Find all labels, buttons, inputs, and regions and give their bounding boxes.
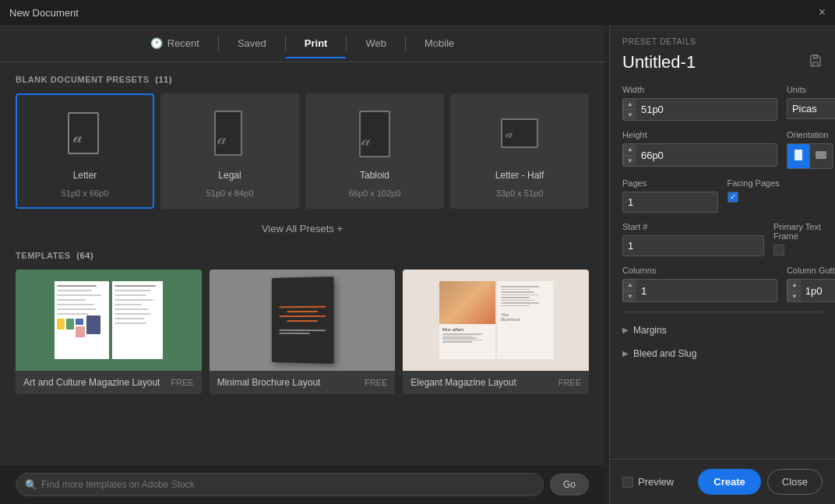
column-gutter-group: Column Gutter ▲ ▼	[787, 266, 835, 301]
right-bottom-bar: Preview Create Close	[610, 459, 835, 504]
margins-label: Margins	[633, 325, 667, 336]
tab-saved-label: Saved	[238, 37, 266, 49]
window-close-button[interactable]: ×	[819, 6, 826, 19]
height-input-wrap: ▲ ▼	[622, 143, 777, 166]
columns-down-button[interactable]: ▼	[624, 291, 636, 301]
preset-size-tabloid: 66p0 x 102p0	[349, 189, 401, 198]
orientation-portrait-button[interactable]	[787, 144, 809, 168]
svg-text:𝒶: 𝒶	[506, 125, 513, 141]
preset-name-legal: Legal	[218, 170, 241, 181]
preset-title-row: Untitled-1	[622, 52, 823, 72]
save-preset-icon[interactable]	[809, 54, 823, 71]
units-label: Units	[787, 85, 835, 94]
width-down-button[interactable]: ▼	[624, 110, 636, 120]
facing-pages-checkbox[interactable]: ✓	[728, 192, 738, 203]
preset-name-letter: Letter	[73, 170, 97, 181]
height-group: Height ▲ ▼	[622, 130, 777, 169]
width-units-row: Width ▲ ▼ Units Picas	[622, 85, 823, 121]
column-gutter-spinners: ▲ ▼	[787, 280, 801, 301]
presets-header: BLANK DOCUMENT PRESETS (11)	[16, 75, 589, 84]
preview-checkbox[interactable]	[622, 477, 633, 488]
facing-pages-checkbox-row: ✓	[728, 192, 823, 203]
preset-grid: 𝒶 Letter 51p0 x 66p0 𝒶	[16, 93, 589, 209]
template-card-brochure[interactable]: Minimal Brochure Layout FREE	[210, 270, 396, 394]
search-input[interactable]	[16, 473, 544, 496]
pages-label: Pages	[622, 178, 718, 188]
height-label: Height	[622, 130, 777, 139]
content-area: BLANK DOCUMENT PRESETS (11) 𝒶 Letter	[0, 62, 604, 465]
start-ptf-row: Start # Primary Text Frame	[622, 222, 823, 256]
start-input-wrap	[622, 235, 764, 256]
columns-group: Columns ▲ ▼	[622, 266, 777, 301]
template-card-elegant[interactable]: Mus qfiam	[403, 270, 589, 394]
ptf-label: Primary Text Frame	[773, 222, 823, 241]
divider-1	[622, 312, 823, 312]
tab-mobile[interactable]: Mobile	[406, 28, 473, 58]
preset-size-letter: 51p0 x 66p0	[62, 189, 109, 198]
orientation-group: Orientation	[787, 130, 833, 169]
columns-up-button[interactable]: ▲	[624, 280, 636, 290]
units-select-wrap: Picas Points Inches Millimeters Centimet…	[787, 98, 835, 119]
title-bar-text: New Document	[9, 7, 79, 19]
tab-saved[interactable]: Saved	[219, 28, 285, 58]
width-input[interactable]	[636, 100, 777, 119]
search-go-button[interactable]: Go	[550, 474, 589, 495]
tab-print[interactable]: Print	[286, 28, 347, 58]
tab-recent-label: Recent	[167, 37, 199, 49]
column-gutter-input[interactable]	[801, 281, 835, 301]
columns-label: Columns	[622, 266, 777, 275]
facing-pages-label: Facing Pages	[728, 178, 823, 188]
column-gutter-up-button[interactable]: ▲	[788, 280, 801, 290]
height-up-button[interactable]: ▲	[624, 144, 636, 154]
close-button[interactable]: Close	[767, 469, 823, 495]
templates-section: TEMPLATES (64)	[16, 251, 589, 394]
portrait-icon	[792, 149, 805, 164]
column-gutter-label: Column Gutter	[787, 266, 835, 275]
template-grid: Art and Culture Magazine Layout FREE	[16, 270, 589, 394]
units-select[interactable]: Picas Points Inches Millimeters Centimet…	[787, 99, 835, 118]
svg-text:𝒶: 𝒶	[217, 129, 227, 148]
create-button[interactable]: Create	[698, 469, 760, 495]
bleed-slug-arrow-icon: ▶	[622, 349, 629, 358]
template-card-art[interactable]: Art and Culture Magazine Layout FREE	[16, 270, 202, 394]
bleed-slug-collapsible[interactable]: ▶ Bleed and Slug	[622, 345, 823, 362]
svg-rect-10	[816, 151, 826, 159]
preset-icon-letter: 𝒶	[62, 107, 108, 162]
left-panel: 🕐 Recent Saved Print Web Mobile	[0, 25, 604, 504]
tab-web[interactable]: Web	[347, 28, 405, 58]
svg-rect-9	[794, 150, 802, 160]
svg-rect-8	[814, 55, 817, 58]
template-name-brochure: Minimal Brochure Layout	[217, 377, 321, 388]
preset-card-letter[interactable]: 𝒶 Letter 51p0 x 66p0	[16, 93, 154, 209]
preset-card-tabloid[interactable]: 𝒶 Tabloid 66p0 x 102p0	[305, 93, 444, 209]
template-badge-brochure: FREE	[365, 378, 387, 387]
tab-recent[interactable]: 🕐 Recent	[132, 28, 218, 58]
width-up-button[interactable]: ▲	[624, 99, 636, 109]
view-all-link[interactable]: View All Presets +	[262, 223, 343, 234]
height-input[interactable]	[636, 146, 777, 165]
columns-input[interactable]	[636, 281, 777, 301]
preset-card-letter-half[interactable]: 𝒶 Letter - Half 33p0 x 51p0	[450, 93, 589, 209]
search-bar: 🔍 Go	[0, 465, 604, 504]
column-gutter-input-wrap: ▲ ▼	[787, 279, 835, 301]
landscape-icon	[815, 149, 827, 164]
start-input[interactable]	[623, 236, 763, 256]
pages-input-wrap	[622, 192, 718, 213]
ptf-checkbox[interactable]	[773, 245, 784, 256]
preset-icon-tabloid: 𝒶	[351, 107, 398, 162]
tabs-bar: 🕐 Recent Saved Print Web Mobile	[0, 25, 604, 62]
template-footer-art: Art and Culture Magazine Layout FREE	[16, 371, 202, 394]
bleed-slug-label: Bleed and Slug	[633, 348, 696, 359]
margins-collapsible[interactable]: ▶ Margins	[622, 322, 823, 339]
height-down-button[interactable]: ▼	[624, 156, 636, 166]
template-name-art: Art and Culture Magazine Layout	[23, 377, 160, 388]
template-thumb-brochure	[210, 270, 396, 371]
column-gutter-down-button[interactable]: ▼	[788, 291, 801, 301]
view-all-presets: View All Presets +	[16, 221, 589, 235]
preset-card-legal[interactable]: 𝒶 Legal 51p0 x 84p0	[160, 93, 299, 209]
preset-icon-legal: 𝒶	[206, 107, 253, 162]
pages-input[interactable]	[623, 192, 717, 212]
orientation-landscape-button[interactable]	[809, 144, 832, 168]
orientation-label: Orientation	[787, 130, 833, 139]
tab-print-label: Print	[305, 37, 328, 49]
